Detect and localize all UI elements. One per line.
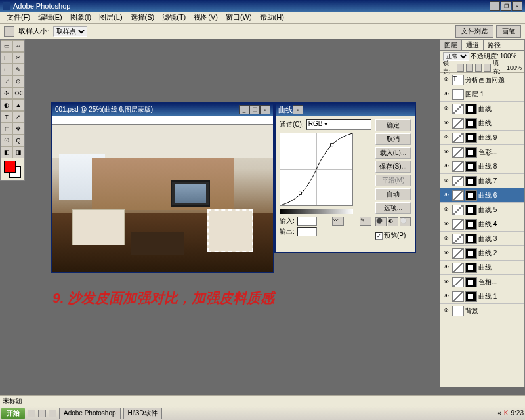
layer-thumbnail[interactable] bbox=[452, 89, 464, 100]
layer-thumbnail[interactable] bbox=[452, 248, 464, 259]
input-field[interactable] bbox=[297, 217, 317, 226]
menu-window[interactable]: 窗口(W) bbox=[222, 12, 256, 22]
layer-row[interactable]: 👁曲线 bbox=[440, 102, 524, 116]
fill-value[interactable]: 100% bbox=[507, 64, 522, 71]
layer-row[interactable]: 👁曲线 8 bbox=[440, 159, 524, 174]
tool-button-1[interactable]: ↔ bbox=[12, 40, 24, 52]
lock-transparency-icon[interactable] bbox=[457, 64, 464, 72]
cancel-button[interactable]: 取消 bbox=[375, 133, 411, 145]
doc-minimize-button[interactable]: _ bbox=[239, 105, 249, 114]
visibility-icon[interactable]: 👁 bbox=[442, 75, 451, 85]
layer-mask-thumbnail[interactable] bbox=[465, 104, 477, 114]
layer-mask-thumbnail[interactable] bbox=[465, 291, 477, 302]
tray-icon[interactable]: « bbox=[497, 410, 501, 417]
task-folder[interactable]: Hi\3D软件 bbox=[123, 408, 162, 419]
document-title-bar[interactable]: 001.psd @ 25%(曲线 6,图层蒙版) _ ❐ × bbox=[52, 104, 273, 116]
tool-button-0[interactable]: ▭ bbox=[1, 40, 12, 52]
layer-mask-thumbnail[interactable] bbox=[465, 176, 477, 186]
white-eyedropper-icon[interactable]: ⚪ bbox=[400, 217, 411, 226]
visibility-icon[interactable]: 👁 bbox=[442, 234, 451, 243]
close-button[interactable]: × bbox=[512, 1, 522, 10]
layer-row[interactable]: 👁曲线 1 bbox=[440, 289, 524, 304]
tab-channels[interactable]: 通道 bbox=[462, 40, 484, 50]
output-field[interactable] bbox=[297, 227, 317, 236]
input-gradient[interactable] bbox=[280, 209, 353, 214]
layer-mask-thumbnail[interactable] bbox=[465, 118, 477, 129]
tool-button-10[interactable]: ◐ bbox=[1, 99, 12, 111]
tool-button-11[interactable]: ▲ bbox=[12, 99, 24, 111]
visibility-icon[interactable]: 👁 bbox=[442, 292, 451, 301]
lock-all-icon[interactable] bbox=[484, 64, 491, 72]
tool-button-7[interactable]: ⊙ bbox=[12, 75, 24, 87]
tool-button-4[interactable]: ⬚ bbox=[1, 64, 12, 75]
layer-row[interactable]: 👁曲线 4 bbox=[440, 217, 524, 232]
visibility-icon[interactable]: 👁 bbox=[442, 162, 451, 171]
visibility-icon[interactable]: 👁 bbox=[442, 90, 451, 99]
layer-thumbnail[interactable] bbox=[452, 277, 464, 287]
color-swatch[interactable] bbox=[4, 161, 21, 178]
quicklaunch-icon[interactable] bbox=[38, 410, 46, 417]
menu-edit[interactable]: 编辑(E) bbox=[34, 12, 66, 22]
load-button[interactable]: 载入(L)... bbox=[375, 147, 411, 159]
layer-thumbnail[interactable] bbox=[452, 176, 464, 186]
tool-button-15[interactable]: ✥ bbox=[12, 123, 24, 135]
layer-mask-thumbnail[interactable] bbox=[465, 277, 477, 287]
layer-thumbnail[interactable] bbox=[452, 306, 464, 316]
layer-thumbnail[interactable] bbox=[452, 262, 464, 273]
tool-button-14[interactable]: ◻ bbox=[1, 123, 12, 135]
menu-select[interactable]: 选择(S) bbox=[127, 12, 159, 22]
layer-mask-thumbnail[interactable] bbox=[465, 147, 477, 158]
layer-mask-thumbnail[interactable] bbox=[465, 190, 477, 201]
layer-thumbnail[interactable] bbox=[452, 190, 464, 201]
visibility-icon[interactable]: 👁 bbox=[442, 104, 451, 114]
minimize-button[interactable]: _ bbox=[490, 1, 500, 10]
menu-help[interactable]: 帮助(H) bbox=[256, 12, 288, 22]
tool-button-13[interactable]: ↗ bbox=[12, 111, 24, 123]
visibility-icon[interactable]: 👁 bbox=[442, 133, 451, 142]
tray-icon[interactable]: K bbox=[504, 410, 509, 417]
layer-thumbnail[interactable] bbox=[452, 118, 464, 129]
tool-button-6[interactable]: ⟋ bbox=[1, 75, 12, 87]
auto-button[interactable]: 自动 bbox=[375, 188, 411, 200]
visibility-icon[interactable]: 👁 bbox=[442, 249, 451, 258]
quicklaunch-icon[interactable] bbox=[28, 410, 35, 417]
layer-thumbnail[interactable]: T bbox=[452, 75, 464, 85]
layer-row[interactable]: 👁曲线 9 bbox=[440, 131, 524, 145]
tool-button-16[interactable]: ☉ bbox=[1, 135, 12, 146]
layer-mask-thumbnail[interactable] bbox=[465, 205, 477, 215]
menu-file[interactable]: 文件(F) bbox=[3, 12, 34, 22]
curves-close-button[interactable]: × bbox=[293, 105, 303, 114]
layer-row[interactable]: 👁曲线 7 bbox=[440, 174, 524, 188]
layer-row[interactable]: 👁曲线 6 bbox=[440, 188, 524, 203]
layer-row[interactable]: 👁曲线 bbox=[440, 116, 524, 131]
tool-button-8[interactable]: ✣ bbox=[1, 87, 12, 99]
layer-mask-thumbnail[interactable] bbox=[465, 234, 477, 244]
lock-position-icon[interactable] bbox=[475, 64, 482, 72]
visibility-icon[interactable]: 👁 bbox=[442, 220, 451, 229]
doc-maximize-button[interactable]: ❐ bbox=[249, 105, 260, 114]
tab-brushes[interactable]: 画笔 bbox=[496, 25, 521, 38]
sample-size-select[interactable]: 取样点 bbox=[53, 26, 87, 37]
visibility-icon[interactable]: 👁 bbox=[442, 263, 451, 272]
layer-row[interactable]: 👁图层 1 bbox=[440, 87, 524, 102]
layer-thumbnail[interactable] bbox=[452, 161, 464, 172]
tool-button-19[interactable]: ◨ bbox=[12, 146, 24, 158]
menu-view[interactable]: 视图(V) bbox=[190, 12, 222, 22]
pencil-tool-icon[interactable]: ✎ bbox=[360, 217, 371, 226]
visibility-icon[interactable]: 👁 bbox=[442, 278, 451, 287]
layer-thumbnail[interactable] bbox=[452, 133, 464, 143]
layer-thumbnail[interactable] bbox=[452, 291, 464, 302]
channel-select[interactable]: RGB ▾ bbox=[306, 119, 371, 130]
layer-row[interactable]: 👁曲线 5 bbox=[440, 203, 524, 217]
layer-row[interactable]: 👁色相... bbox=[440, 275, 524, 289]
tool-button-12[interactable]: T bbox=[1, 111, 12, 123]
black-eyedropper-icon[interactable]: ⚫ bbox=[375, 217, 387, 226]
visibility-icon[interactable]: 👁 bbox=[442, 177, 451, 186]
maximize-button[interactable]: ❐ bbox=[501, 1, 511, 10]
gray-eyedropper-icon[interactable]: ◐ bbox=[388, 217, 399, 226]
tool-button-5[interactable]: ✎ bbox=[12, 64, 24, 75]
start-button[interactable]: 开始 bbox=[1, 408, 25, 419]
visibility-icon[interactable]: 👁 bbox=[442, 119, 451, 128]
curves-graph[interactable] bbox=[280, 133, 353, 206]
foreground-color[interactable] bbox=[4, 161, 16, 173]
